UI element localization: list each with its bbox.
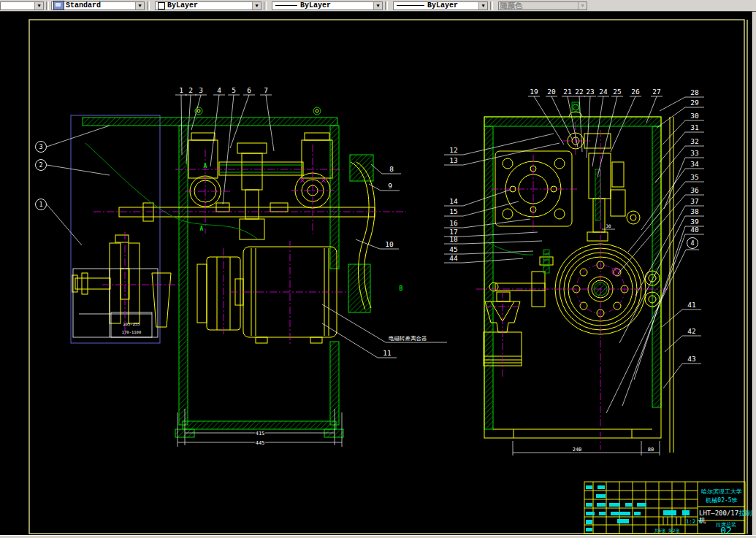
circled-callout-label: 3: [39, 143, 42, 150]
dim-side: 80: [648, 447, 654, 453]
dropdown-arrow-icon[interactable]: ▼: [34, 2, 43, 9]
callout-label: 21: [563, 88, 572, 96]
callout-label: 43: [687, 355, 695, 363]
callout-label: 44: [449, 254, 458, 262]
callout-label: 7: [264, 86, 268, 94]
class-name: 机械02-5班: [705, 497, 737, 504]
toolbar-separator: [46, 1, 49, 10]
dropdown-arrow-icon[interactable]: ▼: [135, 2, 144, 9]
linetype-combo[interactable]: ByLayer ▼: [272, 1, 383, 10]
window-right-edge: [752, 0, 756, 538]
left-view: 415 445 205-255 170-1100 电磁转差离合器: [71, 107, 447, 447]
callout-label: 45: [449, 245, 457, 253]
callout-label: 9: [388, 182, 392, 190]
dim-box-bottom: 170-1100: [122, 330, 142, 334]
lineweight-sample-icon: [397, 5, 424, 6]
drawing-number: 02: [720, 525, 732, 536]
plot-style-combo: 随颜色 ▼: [498, 1, 587, 10]
school-name: 哈尔滨理工大学: [701, 488, 742, 495]
callout-label: 40: [690, 226, 699, 234]
callout-label: 1: [179, 86, 183, 94]
callout-layer: 1234567321891011192021222324252627282930…: [36, 86, 705, 413]
color-swatch-icon: [158, 2, 165, 9]
product-title: LHT—200/17拉削: [699, 510, 752, 517]
callout-label: 36: [690, 186, 699, 194]
section-letter: A: [200, 226, 204, 232]
callout-label: 6: [247, 86, 251, 94]
callout-label: 11: [383, 349, 392, 357]
callout-label: 41: [687, 301, 696, 309]
callout-label: 8: [389, 165, 394, 173]
callout-label: 26: [631, 88, 640, 96]
circled-callout-label: 2: [39, 161, 42, 169]
dropdown-arrow-icon[interactable]: ▼: [478, 2, 487, 9]
text-style-value: Standard: [66, 1, 135, 9]
callout-label: 18: [449, 235, 458, 243]
callout-label: 34: [690, 160, 699, 168]
callout-label: 28: [690, 88, 699, 96]
callout-label: 12: [449, 146, 457, 154]
dim-outer: 445: [256, 440, 265, 446]
callout-label: 10: [385, 240, 394, 248]
callout-label: 24: [599, 88, 608, 96]
callout-label: 32: [690, 137, 698, 145]
color-combo[interactable]: ByLayer ▼: [155, 1, 261, 10]
callout-label: 3: [199, 86, 203, 94]
toolbar: ▼ Standard ▼ ByLayer ▼ ByLayer ▼ ByLayer…: [0, 0, 756, 12]
callout-label: 39: [690, 218, 699, 226]
dim-small: 30: [606, 223, 611, 228]
toolbar-separator: [490, 1, 493, 10]
callout-label: 38: [690, 207, 699, 215]
title-block: 哈尔滨理工大学 机械02-5班 LHT—200/17拉削 机 拉床总装 02 1…: [584, 482, 752, 536]
linetype-sample-icon: [275, 5, 297, 6]
linetype-combo-value: ByLayer: [300, 1, 373, 9]
toolbar-separator: [264, 1, 267, 10]
callout-label: 15: [449, 207, 457, 215]
color-combo-value: ByLayer: [167, 1, 252, 9]
callout-label: 33: [690, 149, 698, 157]
circled-callout-label: 1: [39, 201, 42, 208]
window-bottom-edge: [0, 535, 756, 538]
callout-label: 16: [449, 219, 458, 227]
scale-value: 1:2.6: [686, 518, 703, 525]
callout-label: 2: [188, 86, 193, 94]
dim-box-top: 205-255: [123, 322, 140, 326]
dropdown-arrow-icon[interactable]: ▼: [373, 2, 382, 9]
dropdown-arrow-icon[interactable]: ▼: [252, 2, 261, 9]
cad-window: ▼ Standard ▼ ByLayer ▼ ByLayer ▼ ByLayer…: [0, 0, 756, 538]
sheet-info: 共6张 第2张: [654, 528, 680, 534]
callout-label: 25: [613, 88, 621, 96]
text-style-combo[interactable]: Standard ▼: [51, 1, 145, 10]
dim-width: 240: [573, 447, 582, 453]
drawing-canvas[interactable]: 415 445 205-255 170-1100 电磁转差离合器: [0, 12, 753, 536]
lineweight-combo[interactable]: ByLayer ▼: [393, 1, 488, 10]
circled-callout-label: 4: [690, 239, 694, 247]
toolbar-separator: [385, 1, 388, 10]
callout-label: 29: [690, 99, 699, 107]
callout-label: 19: [530, 88, 538, 96]
callout-label: 4: [217, 86, 221, 94]
part-label: 电磁转差离合器: [389, 335, 427, 342]
callout-label: 13: [449, 156, 457, 164]
layer-combo[interactable]: ▼: [0, 1, 44, 10]
callout-label: 23: [586, 88, 594, 96]
style-icon: [53, 1, 64, 10]
callout-label: 37: [690, 197, 698, 205]
section-letter: B: [400, 285, 403, 292]
callout-label: 30: [690, 112, 699, 120]
callout-label: 35: [690, 173, 698, 181]
toolbar-separator: [147, 1, 150, 10]
plot-style-value: 随颜色: [500, 1, 578, 11]
callout-label: 22: [575, 88, 583, 96]
dropdown-arrow-icon: ▼: [578, 2, 587, 9]
callout-label: 14: [449, 197, 458, 205]
callout-label: 20: [547, 88, 556, 96]
section-letter: A: [204, 163, 207, 169]
dim-inner: 415: [256, 431, 265, 437]
callout-label: 42: [687, 327, 695, 335]
lineweight-combo-value: ByLayer: [427, 1, 478, 9]
callout-label: 5: [232, 86, 236, 94]
callout-label: 31: [690, 123, 699, 131]
callout-label: 27: [652, 88, 660, 96]
